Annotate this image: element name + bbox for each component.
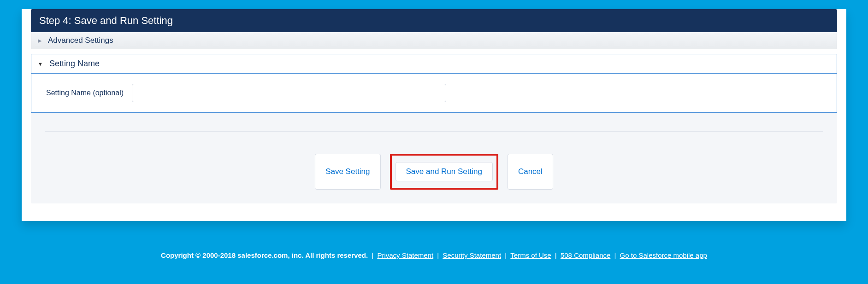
accordion-advanced-settings[interactable]: ▶ Advanced Settings (31, 32, 837, 49)
cancel-button[interactable]: Cancel (508, 154, 553, 190)
divider (45, 131, 823, 132)
footer-link-terms[interactable]: Terms of Use (510, 251, 551, 259)
footer-link-privacy[interactable]: Privacy Statement (377, 251, 433, 259)
advanced-settings-label: Advanced Settings (48, 36, 113, 45)
footer-link-compliance[interactable]: 508 Compliance (561, 251, 610, 259)
wizard-card: Step 4: Save and Run Setting ▶ Advanced … (22, 9, 846, 221)
step-header: Step 4: Save and Run Setting (31, 9, 837, 32)
save-setting-button[interactable]: Save Setting (315, 154, 380, 190)
button-row: Save Setting Save and Run Setting Cancel (45, 154, 823, 190)
setting-name-body: Setting Name (optional) (31, 74, 837, 112)
accordion-setting-name-header[interactable]: ▼ Setting Name (31, 54, 837, 74)
setting-name-header-label: Setting Name (49, 59, 100, 69)
footer-link-security[interactable]: Security Statement (443, 251, 501, 259)
footer-link-mobile[interactable]: Go to Salesforce mobile app (620, 251, 707, 259)
footer-copyright: Copyright © 2000-2018 salesforce.com, in… (161, 251, 368, 259)
setting-name-field-label: Setting Name (optional) (46, 89, 124, 97)
chevron-down-icon: ▼ (38, 61, 43, 67)
accordion-setting-name: ▼ Setting Name Setting Name (optional) (31, 54, 837, 113)
chevron-right-icon: ▶ (38, 38, 41, 44)
save-and-run-setting-button[interactable]: Save and Run Setting (396, 162, 493, 181)
setting-name-input[interactable] (132, 84, 446, 102)
action-area: Save Setting Save and Run Setting Cancel (31, 113, 837, 203)
highlight-box: Save and Run Setting (390, 154, 498, 190)
footer: Copyright © 2000-2018 salesforce.com, in… (0, 244, 868, 284)
